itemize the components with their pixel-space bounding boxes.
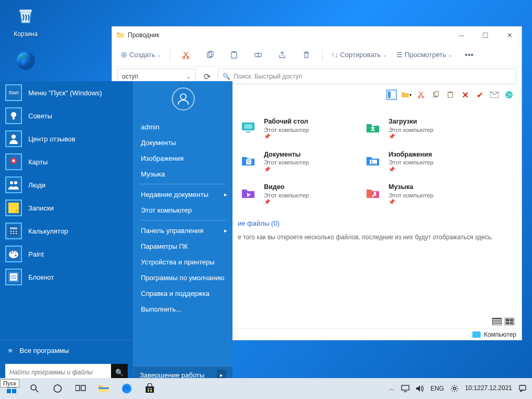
start-right-item[interactable]: Справка и поддержка [134, 285, 232, 301]
svg-point-32 [12, 135, 16, 139]
user-name-item[interactable]: admin [134, 119, 232, 135]
start-item-label: Карты [28, 158, 48, 166]
quick-access-folder[interactable]: ЗагрузкиЭтот компьютер📌 [362, 118, 472, 140]
pin-icon: 📌 [389, 134, 434, 140]
cut-button[interactable] [175, 46, 196, 64]
edge-icon [13, 48, 38, 73]
start-right-item[interactable]: Выполнить... [134, 301, 232, 317]
bulb-icon [5, 107, 22, 124]
desktop-icon-edge[interactable] [7, 48, 44, 75]
start-icon: Start [5, 84, 22, 101]
delete-button[interactable] [296, 46, 317, 64]
sort-button[interactable]: ↑↓ Сортировать ⌄ [328, 51, 390, 59]
tray-settings-icon[interactable] [447, 378, 462, 399]
tray-volume-icon[interactable] [413, 378, 427, 399]
start-item-calc[interactable]: Калькулятор [0, 219, 133, 242]
svg-rect-70 [150, 388, 152, 390]
taskbar-store[interactable] [138, 378, 161, 399]
start-right-item[interactable]: Этот компьютер [134, 202, 232, 218]
qtb-pane-icon[interactable] [386, 90, 397, 100]
new-button[interactable]: ⊕Создать ⌄ [117, 50, 164, 60]
taskbar-explorer[interactable] [92, 378, 115, 399]
tray-language[interactable]: ENG [427, 378, 447, 399]
cortana-button[interactable] [46, 378, 69, 399]
svg-rect-11 [388, 92, 391, 98]
computer-icon [472, 331, 481, 338]
svg-point-30 [11, 112, 16, 117]
start-item-person[interactable]: Центр отзывов [0, 127, 133, 150]
view-details-icon[interactable] [492, 318, 502, 325]
start-right-item[interactable]: Параметры ПК [134, 238, 232, 254]
start-item-start[interactable]: StartМеню "Пуск" (Windows) [0, 81, 133, 104]
start-item-pin[interactable]: Карты [0, 150, 133, 173]
search-input[interactable]: 🔍 Поиск: Быстрый доступ [218, 69, 516, 84]
all-programs-button[interactable]: ≡ Все программы [0, 340, 133, 361]
close-button[interactable]: ✕ [497, 27, 522, 43]
start-item-people[interactable]: Люди [0, 173, 133, 196]
start-item-note[interactable]: Записки [0, 196, 133, 219]
svg-rect-39 [10, 227, 17, 229]
view-large-icon[interactable] [505, 318, 514, 325]
notepad-icon [5, 269, 22, 285]
start-search-input[interactable] [5, 369, 111, 376]
view-button[interactable]: ☰ Просмотреть ⌄ [393, 51, 456, 59]
qtb-folder-icon[interactable]: ▾ [401, 90, 412, 100]
user-avatar[interactable] [172, 87, 195, 110]
start-right-item[interactable]: Документы [134, 135, 232, 150]
qtb-x-icon[interactable]: ✕ [460, 90, 470, 100]
start-right-item[interactable]: Панель управления [134, 223, 232, 238]
quick-access-folder[interactable]: МузыкаЭтот компьютер📌 [362, 183, 472, 206]
start-right-item[interactable]: Изображения [134, 150, 232, 166]
qtb-paste-icon[interactable] [445, 90, 456, 100]
start-item-notepad[interactable]: Блокнот [0, 265, 133, 289]
svg-rect-15 [435, 92, 438, 96]
rename-button[interactable] [248, 46, 269, 64]
tray-display-icon[interactable] [398, 378, 413, 399]
quick-access-folder[interactable]: ВидеоЭтот компьютер📌 [238, 183, 348, 206]
start-item-paint[interactable]: Paint [0, 242, 133, 265]
svg-rect-59 [7, 389, 11, 393]
qtb-globe-icon[interactable] [504, 90, 514, 100]
tray-overflow[interactable]: ︿ [385, 378, 398, 399]
start-menu-right: admin ДокументыИзображенияМузыка Недавни… [134, 81, 232, 384]
taskbar-edge[interactable] [115, 378, 138, 399]
start-right-item[interactable]: Музыка [134, 166, 232, 182]
share-button[interactable] [272, 46, 293, 64]
tray-clock[interactable]: 10:12 27.12.2021 [462, 378, 515, 399]
more-button[interactable]: ••• [459, 46, 480, 64]
folder-name: Документы [264, 151, 309, 159]
start-right-item[interactable]: Устройства и принтеры [134, 254, 232, 270]
folder-name: Изображения [389, 151, 434, 159]
quick-access-folder[interactable]: ИзображенияЭтот компьютер📌 [362, 151, 472, 173]
quick-access-folder[interactable]: ДокументыЭтот компьютер📌 [238, 151, 348, 173]
folder-location: Этот компьютер [264, 126, 309, 134]
task-view-button[interactable] [69, 378, 92, 399]
minimize-button[interactable]: ─ [449, 27, 473, 43]
start-item-bulb[interactable]: Советы [0, 104, 133, 127]
recent-files-header: ие файлы (0) [238, 219, 513, 227]
svg-rect-73 [402, 385, 409, 390]
desktop-icon-recycle-bin[interactable]: Корзина [7, 3, 44, 38]
folder-icon [362, 183, 383, 202]
start-right-item[interactable]: Программы по умолчанию [134, 270, 232, 285]
qtb-mail-icon[interactable] [489, 90, 500, 100]
taskbar: ︿ ENG 10:12 27.12.2021 [0, 378, 532, 399]
copy-button[interactable] [199, 46, 220, 64]
qtb-cut-icon[interactable] [416, 90, 426, 100]
taskbar-search-button[interactable] [23, 378, 46, 399]
start-item-label: Paint [28, 250, 44, 258]
start-item-label: Люди [28, 181, 46, 189]
paste-button[interactable] [224, 46, 245, 64]
qtb-check-icon[interactable]: ✔ [474, 90, 485, 100]
svg-rect-76 [519, 385, 526, 390]
start-right-item[interactable]: Недавние документы [134, 186, 232, 202]
tray-action-center-icon[interactable] [515, 378, 530, 399]
qtb-copy-icon[interactable] [430, 90, 441, 100]
svg-rect-64 [75, 385, 80, 391]
folder-name: Видео [264, 183, 309, 192]
quick-access-folder[interactable]: Рабочий столЭтот компьютер📌 [238, 118, 348, 140]
maximize-button[interactable]: ☐ [473, 27, 497, 43]
svg-rect-17 [449, 92, 451, 93]
titlebar[interactable]: Проводник ─ ☐ ✕ [112, 27, 522, 43]
svg-point-75 [453, 387, 456, 390]
